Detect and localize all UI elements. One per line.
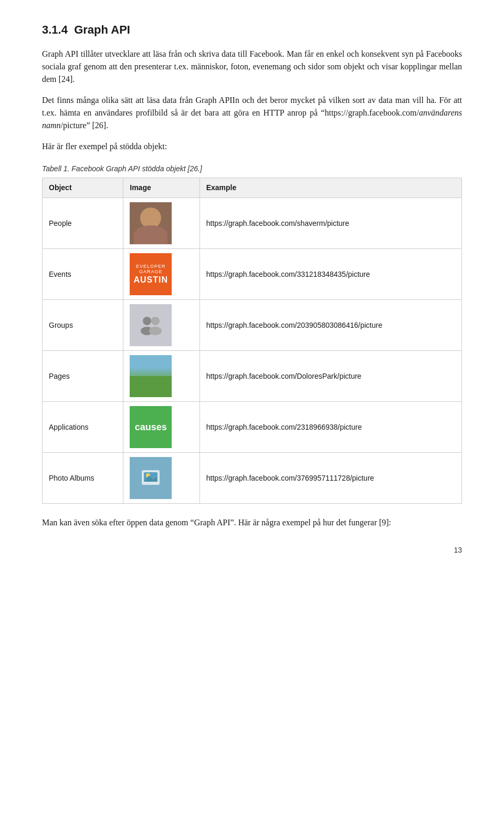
table-header-row: Object Image Example bbox=[43, 178, 462, 198]
album-icon bbox=[138, 465, 164, 491]
groups-icon bbox=[138, 312, 164, 338]
example-cell: https://graph.facebook.com/2039058030864… bbox=[200, 300, 461, 351]
objects-table: Object Image Example People https://grap… bbox=[42, 178, 462, 504]
object-cell: Groups bbox=[43, 300, 123, 351]
example-cell: https://graph.facebook.com/DoloresPark/p… bbox=[200, 351, 461, 402]
image-cell bbox=[123, 453, 200, 504]
paragraph-2: Det finns många olika sätt att läsa data… bbox=[42, 94, 462, 132]
applications-image: causes bbox=[130, 406, 172, 448]
col-example: Example bbox=[200, 178, 461, 198]
object-cell: People bbox=[43, 198, 123, 249]
groups-image bbox=[130, 304, 172, 346]
object-cell: Pages bbox=[43, 351, 123, 402]
page-number: 13 bbox=[42, 545, 462, 556]
table-row: Pages https://graph.facebook.com/Dolores… bbox=[43, 351, 462, 402]
table-row: Photo Albums https://graph.facebook.com/… bbox=[43, 453, 462, 504]
svg-point-0 bbox=[143, 317, 151, 325]
image-cell bbox=[123, 300, 200, 351]
table-row: Groups https://graph.facebook.com/203905… bbox=[43, 300, 462, 351]
example-cell: https://graph.facebook.com/shaverm/pictu… bbox=[200, 198, 461, 249]
table-row: People https://graph.facebook.com/shaver… bbox=[43, 198, 462, 249]
table-caption: Tabell 1. Facebook Graph API stödda obje… bbox=[42, 163, 462, 174]
albums-image bbox=[130, 457, 172, 499]
object-cell: Photo Albums bbox=[43, 453, 123, 504]
pages-image bbox=[130, 355, 172, 397]
causes-label: causes bbox=[135, 420, 167, 434]
example-cell: https://graph.facebook.com/2318966938/pi… bbox=[200, 402, 461, 453]
col-object: Object bbox=[43, 178, 123, 198]
image-cell bbox=[123, 198, 200, 249]
section-heading: 3.1.4 Graph API bbox=[42, 21, 462, 38]
events-image: EVELOPER GARAGE AUSTIN bbox=[130, 253, 172, 295]
section-title: Graph API bbox=[74, 23, 130, 36]
people-image bbox=[130, 202, 172, 244]
object-cell: Applications bbox=[43, 402, 123, 453]
svg-point-3 bbox=[149, 327, 162, 335]
paragraph-1: Graph API tillåter utvecklare att läsa f… bbox=[42, 48, 462, 86]
footer-paragraph: Man kan även söka efter öppen data genom… bbox=[42, 516, 462, 529]
events-label: EVELOPER GARAGE AUSTIN bbox=[134, 264, 169, 285]
col-image: Image bbox=[123, 178, 200, 198]
paragraph-3: Här är fler exempel på stödda objekt: bbox=[42, 140, 462, 153]
example-cell: https://graph.facebook.com/3769957111728… bbox=[200, 453, 461, 504]
svg-point-2 bbox=[151, 317, 160, 325]
table-row: Applications causes https://graph.facebo… bbox=[43, 402, 462, 453]
table-row: Events EVELOPER GARAGE AUSTIN https://gr… bbox=[43, 249, 462, 300]
image-cell: EVELOPER GARAGE AUSTIN bbox=[123, 249, 200, 300]
object-cell: Events bbox=[43, 249, 123, 300]
example-cell: https://graph.facebook.com/331218348435/… bbox=[200, 249, 461, 300]
image-cell bbox=[123, 351, 200, 402]
italic-name: användarens namn bbox=[42, 108, 462, 130]
section-number: 3.1.4 bbox=[42, 23, 68, 36]
image-cell: causes bbox=[123, 402, 200, 453]
